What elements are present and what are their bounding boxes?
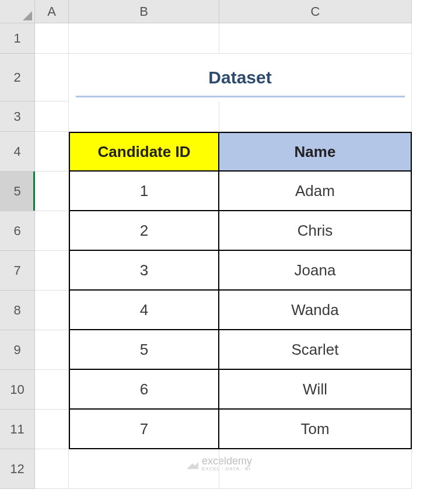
cell-A3[interactable]	[35, 102, 69, 132]
cell-name-row7[interactable]: Joana	[219, 251, 412, 291]
row-header-4[interactable]: 4	[0, 132, 35, 172]
cell-A11[interactable]	[35, 410, 69, 449]
row-header-8[interactable]: 8	[0, 291, 35, 330]
cell-id-row8[interactable]: 4	[69, 291, 219, 330]
cell-name-row8[interactable]: Wanda	[219, 291, 412, 330]
cell-id-row5[interactable]: 1	[69, 172, 219, 211]
cell-A4[interactable]	[35, 132, 69, 172]
title-cell[interactable]: Dataset	[69, 54, 412, 102]
cell-C12[interactable]	[219, 449, 412, 489]
cell-id-row9[interactable]: 5	[69, 330, 219, 370]
cell-C3[interactable]	[219, 102, 412, 132]
row-header-12[interactable]: 12	[0, 449, 35, 489]
row-header-10[interactable]: 10	[0, 370, 35, 410]
row-header-9[interactable]: 9	[0, 330, 35, 370]
cell-A12[interactable]	[35, 449, 69, 489]
cell-name-row9[interactable]: Scarlet	[219, 330, 412, 370]
cell-A1[interactable]	[35, 23, 69, 54]
header-name-text: Name	[295, 143, 336, 161]
row-header-1[interactable]: 1	[0, 23, 35, 54]
cell-A7[interactable]	[35, 251, 69, 291]
header-name[interactable]: Name	[219, 132, 412, 172]
title-text: Dataset	[208, 68, 271, 88]
column-headers: A B C	[35, 0, 412, 23]
cell-C1[interactable]	[219, 23, 412, 54]
header-candidate-id-text: Candidate ID	[98, 143, 191, 161]
row-header-3[interactable]: 3	[0, 102, 35, 132]
cell-name-row10[interactable]: Will	[219, 370, 412, 410]
cell-name-row11[interactable]: Tom	[219, 410, 412, 449]
cell-id-row6[interactable]: 2	[69, 211, 219, 251]
title-underline	[76, 96, 405, 97]
cell-name-row6[interactable]: Chris	[219, 211, 412, 251]
cell-A9[interactable]	[35, 330, 69, 370]
cell-B1[interactable]	[69, 23, 219, 54]
row-header-11[interactable]: 11	[0, 410, 35, 449]
row-header-5[interactable]: 5	[0, 172, 35, 211]
cell-A5[interactable]	[35, 172, 69, 211]
cell-B3[interactable]	[69, 102, 219, 132]
cell-A6[interactable]	[35, 211, 69, 251]
cell-A8[interactable]	[35, 291, 69, 330]
cell-A10[interactable]	[35, 370, 69, 410]
col-header-c[interactable]: C	[219, 0, 412, 23]
row-header-2[interactable]: 2	[0, 54, 35, 102]
cell-name-row5[interactable]: Adam	[219, 172, 412, 211]
select-all-corner[interactable]	[0, 0, 35, 23]
cell-id-row11[interactable]: 7	[69, 410, 219, 449]
row-headers: 123456789101112	[0, 23, 35, 489]
row-header-7[interactable]: 7	[0, 251, 35, 291]
header-candidate-id[interactable]: Candidate ID	[69, 132, 219, 172]
cell-id-row7[interactable]: 3	[69, 251, 219, 291]
cell-A2[interactable]	[35, 54, 69, 102]
cell-B12[interactable]	[69, 449, 219, 489]
row-header-6[interactable]: 6	[0, 211, 35, 251]
col-header-a[interactable]: A	[35, 0, 69, 23]
cell-id-row10[interactable]: 6	[69, 370, 219, 410]
col-header-b[interactable]: B	[69, 0, 219, 23]
